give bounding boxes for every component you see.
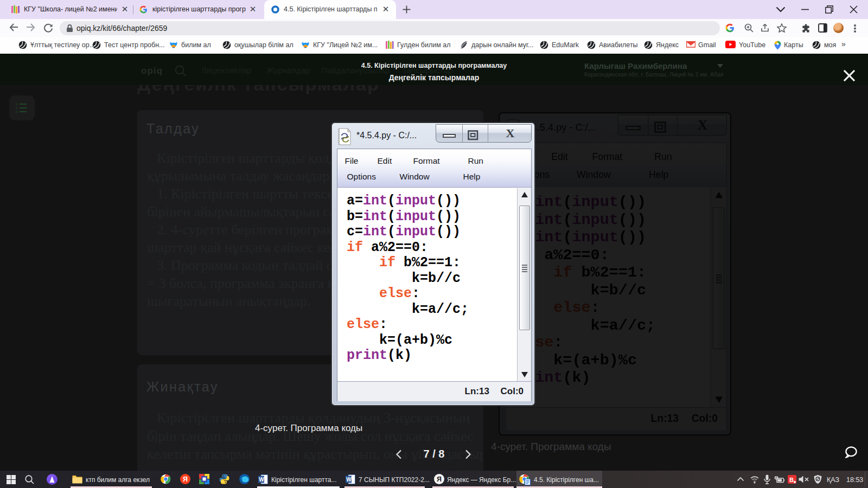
svg-text:W: W [346, 477, 352, 483]
svg-text:B: B [789, 477, 794, 483]
svg-text:3: 3 [16, 110, 18, 113]
svg-text:Я: Я [437, 476, 442, 483]
svg-text:W: W [259, 477, 264, 483]
svg-text:1: 1 [16, 102, 18, 106]
svg-text:Я: Я [183, 476, 188, 483]
svg-text:2: 2 [16, 106, 18, 110]
